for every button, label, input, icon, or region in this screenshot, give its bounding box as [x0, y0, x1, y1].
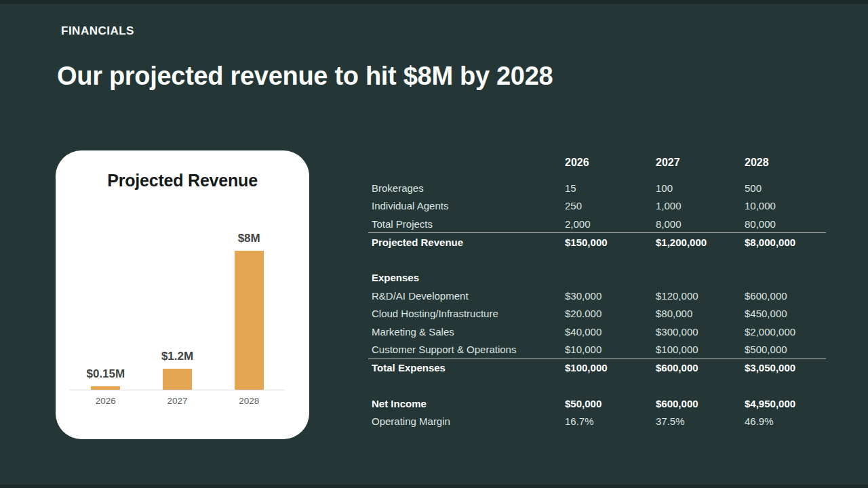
table-cell: 2,000 — [561, 215, 652, 233]
table-row-total-expenses: Total Expenses $100,000 $600,000 $3,050,… — [368, 359, 826, 377]
table-row-net-income: Net Income $50,000 $600,000 $4,950,000 — [368, 394, 826, 413]
table-header-row: 2026 2027 2028 — [368, 155, 826, 179]
table-row-cloud-hosting: Cloud Hosting/Infrastructure $20.000 $80… — [368, 305, 826, 323]
table-cell: $50,000 — [561, 394, 652, 413]
table-header-2028: 2028 — [741, 155, 826, 179]
table-spacer-row — [368, 377, 826, 395]
table-cell: $3,050,000 — [741, 359, 826, 377]
table-cell: $150,000 — [561, 233, 652, 251]
row-label: Net Income — [368, 394, 561, 413]
table-row-brokerages: Brokerages 15 100 500 — [368, 179, 826, 197]
table-header-empty — [368, 155, 561, 179]
letterbox-bottom — [0, 485, 868, 488]
table-cell — [741, 269, 826, 287]
table-cell — [561, 269, 652, 287]
table-cell: $120,000 — [652, 287, 741, 305]
table-cell: 10,000 — [741, 197, 826, 216]
table-cell: 15 — [561, 179, 652, 197]
table-cell: $20.000 — [561, 305, 652, 323]
x-tick-label-2026: 2026 — [70, 396, 142, 406]
table-cell: $80,000 — [652, 305, 741, 323]
table-row-expenses-header: Expenses — [368, 269, 826, 287]
row-label: Brokerages — [368, 179, 561, 197]
table-cell: $10,000 — [561, 341, 652, 359]
table-cell: $1,200,000 — [652, 233, 741, 251]
table-cell: 1,000 — [652, 197, 741, 216]
row-label: Individual Agents — [368, 197, 561, 216]
row-label: Projected Revenue — [368, 233, 561, 251]
table-cell: $40,000 — [561, 323, 652, 341]
table-cell: $4,950,000 — [741, 394, 826, 413]
table-row-rd-ai-development: R&D/AI Development $30,000 $120,000 $600… — [368, 287, 826, 305]
table-cell: $450,000 — [741, 305, 826, 323]
table-cell: $8,000,000 — [741, 233, 826, 251]
table-row-operating-margin: Operating Margin 16.7% 37.5% 46.9% — [368, 413, 826, 431]
table-cell: 8,000 — [652, 215, 741, 233]
projected-revenue-chart-card: Projected Revenue $0.15M $1.2M $8M 2026 … — [56, 150, 309, 439]
table-cell: 37.5% — [652, 413, 741, 431]
bar-value-label-2028: $8M — [238, 232, 260, 245]
bar-2028 — [235, 251, 264, 390]
table-cell: 46.9% — [741, 413, 826, 431]
section-kicker: FINANCIALS — [61, 24, 134, 38]
table-cell: 16.7% — [561, 413, 652, 431]
table-row-individual-agents: Individual Agents 250 1,000 10,000 — [368, 197, 826, 216]
bar-chart-plot: $0.15M $1.2M $8M — [70, 150, 285, 390]
row-label: R&D/AI Development — [368, 287, 561, 305]
table-cell: 500 — [741, 179, 826, 197]
table-cell: 100 — [652, 179, 741, 197]
bar-value-label-2026: $0.15M — [86, 367, 125, 381]
table-cell: $2,000,000 — [741, 323, 826, 341]
table-cell: 80,000 — [741, 215, 826, 233]
table-cell: $600,000 — [652, 394, 741, 413]
table-cell: 250 — [561, 197, 652, 216]
table-cell: $30,000 — [561, 287, 652, 305]
row-label: Total Projects — [368, 215, 561, 233]
row-label: Operating Margin — [368, 413, 561, 431]
slide-title: Our projected revenue to hit $8M by 2028 — [57, 62, 553, 91]
table-cell: $600,000 — [652, 359, 741, 377]
letterbox-top — [0, 0, 868, 4]
table-row-customer-support: Customer Support & Operations $10,000 $1… — [368, 341, 826, 359]
bar-2027 — [163, 369, 192, 390]
x-axis-line — [70, 390, 285, 390]
table-cell: $500,000 — [741, 341, 826, 359]
table-row-total-projects: Total Projects 2,000 8,000 80,000 — [368, 215, 826, 233]
table-cell: $600,000 — [741, 287, 826, 305]
x-axis-tick-labels: 2026 2027 2028 — [70, 396, 285, 406]
table-header-2027: 2027 — [652, 155, 741, 179]
row-label: Cloud Hosting/Infrastructure — [368, 305, 561, 323]
table-spacer-row — [368, 251, 826, 269]
row-label: Expenses — [368, 269, 561, 287]
row-label: Total Expenses — [368, 359, 561, 377]
row-label: Customer Support & Operations — [368, 341, 561, 359]
slide-canvas: FINANCIALS Our projected revenue to hit … — [0, 0, 868, 488]
table-header-2026: 2026 — [561, 155, 652, 179]
x-tick-label-2027: 2027 — [142, 396, 214, 406]
x-tick-label-2028: 2028 — [213, 396, 285, 406]
financials-table: 2026 2027 2028 Brokerages 15 100 500 Ind… — [368, 155, 826, 430]
bar-group-2027: $1.2M — [142, 350, 214, 390]
row-label: Marketing & Sales — [368, 323, 561, 341]
table-cell — [652, 269, 741, 287]
table-cell: $100,000 — [561, 359, 652, 377]
table-row-marketing-sales: Marketing & Sales $40,000 $300,000 $2,00… — [368, 323, 826, 341]
table-cell: $100,000 — [652, 341, 741, 359]
table-cell: $300,000 — [652, 323, 741, 341]
bar-group-2028: $8M — [213, 232, 285, 390]
bar-group-2026: $0.15M — [70, 367, 142, 390]
bar-value-label-2027: $1.2M — [161, 350, 193, 363]
table-row-projected-revenue: Projected Revenue $150,000 $1,200,000 $8… — [368, 233, 826, 251]
